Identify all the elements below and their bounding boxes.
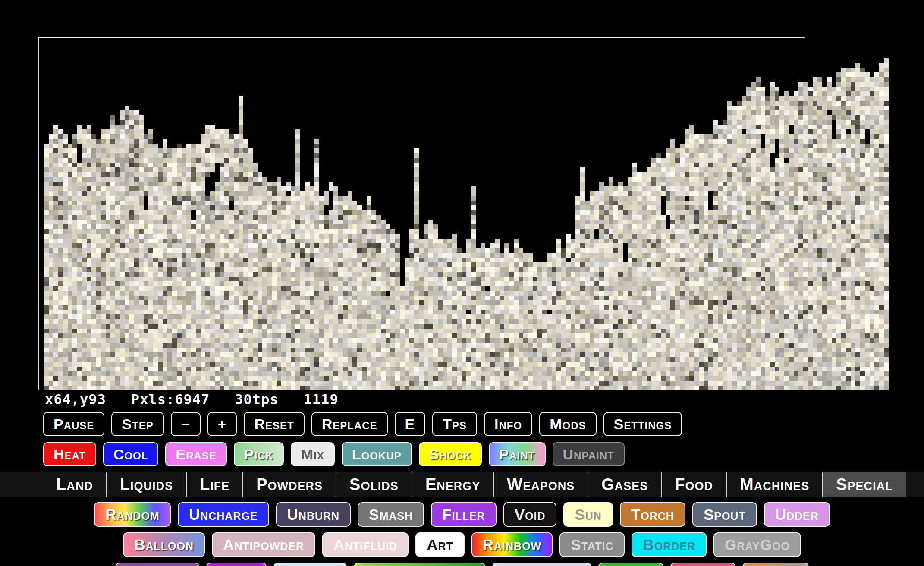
sandboxels-app: x64,y93 Pxls:6947 30tps 1119 PauseStep−+… bbox=[0, 0, 924, 566]
border-button[interactable]: Border bbox=[632, 532, 707, 557]
pixel-count: Pxls:6947 bbox=[131, 391, 210, 408]
status-bar: x64,y93 Pxls:6947 30tps 1119 bbox=[0, 391, 924, 408]
pick-button[interactable]: Pick bbox=[234, 442, 284, 466]
tick-counter: 1119 bbox=[304, 391, 339, 408]
tab-food[interactable]: Food bbox=[661, 472, 726, 497]
udder-button[interactable]: Udder bbox=[764, 502, 830, 527]
erase-button[interactable]: Erase bbox=[165, 442, 226, 466]
tab-gases[interactable]: Gases bbox=[588, 472, 661, 497]
replace-button[interactable]: Replace bbox=[311, 412, 388, 436]
tab-life[interactable]: Life bbox=[186, 472, 242, 497]
tab-machines[interactable]: Machines bbox=[726, 472, 822, 497]
lookup-button[interactable]: Lookup bbox=[342, 442, 412, 466]
sun-button[interactable]: Sun bbox=[563, 502, 613, 527]
main-toolbar: PauseStep−+ResetReplaceETpsInfoModsSetti… bbox=[0, 412, 924, 436]
static-button[interactable]: Static bbox=[559, 532, 625, 557]
e-button[interactable]: E bbox=[395, 412, 426, 436]
unpaint-button[interactable]: Unpaint bbox=[553, 442, 625, 466]
category-tabs: LandLiquidsLifePowdersSolidsEnergyWeapon… bbox=[0, 472, 924, 497]
paint-button[interactable]: Paint bbox=[489, 442, 546, 466]
minus-button[interactable]: − bbox=[171, 412, 201, 436]
snake-button[interactable]: Snake bbox=[598, 563, 663, 566]
icenine-button[interactable]: IceNine bbox=[273, 563, 347, 566]
mods-button[interactable]: Mods bbox=[539, 412, 596, 436]
settings-button[interactable]: Settings bbox=[603, 412, 682, 436]
tps-button[interactable]: Tps bbox=[432, 412, 477, 436]
tps-indicator: 30tps bbox=[235, 391, 278, 408]
antipowder-button[interactable]: Antipowder bbox=[212, 532, 315, 557]
balloon-button[interactable]: Balloon bbox=[123, 532, 205, 557]
cool-button[interactable]: Cool bbox=[103, 442, 159, 466]
filler-button[interactable]: Filler bbox=[431, 502, 497, 527]
reset-button[interactable]: Reset bbox=[244, 412, 304, 436]
strangematter-button[interactable]: StrangeMatter bbox=[354, 563, 485, 566]
graygoo-button[interactable]: GrayGoo bbox=[713, 532, 801, 557]
antimatter-button[interactable]: Antimatter bbox=[492, 563, 591, 566]
tool-buttons: HeatCoolErasePickMixLookupShockPaintUnpa… bbox=[0, 442, 924, 466]
element-row-3: MalwareVirusIceNineStrangeMatterAntimatt… bbox=[0, 563, 924, 566]
antifluid-button[interactable]: Antifluid bbox=[322, 532, 409, 557]
heat-button[interactable]: Heat bbox=[43, 442, 96, 466]
info-button[interactable]: Info bbox=[484, 412, 532, 436]
void-button[interactable]: Void bbox=[503, 502, 557, 527]
debug-button[interactable]: Debug bbox=[742, 563, 809, 566]
plus-button[interactable]: + bbox=[207, 412, 237, 436]
rainbow-button[interactable]: Rainbow bbox=[471, 532, 553, 557]
tab-land[interactable]: Land bbox=[43, 472, 106, 497]
element-row-1: RandomUnchargeUnburnSmashFillerVoidSunTo… bbox=[0, 502, 924, 527]
malware-button[interactable]: Malware bbox=[115, 563, 199, 566]
tab-weapons[interactable]: Weapons bbox=[493, 472, 588, 497]
tab-energy[interactable]: Energy bbox=[412, 472, 493, 497]
shock-button[interactable]: Shock bbox=[419, 442, 482, 466]
spout-button[interactable]: Spout bbox=[692, 502, 757, 527]
art-button[interactable]: Art bbox=[415, 532, 465, 557]
mix-button[interactable]: Mix bbox=[291, 442, 335, 466]
virus-button[interactable]: Virus bbox=[206, 563, 267, 566]
pause-button[interactable]: Pause bbox=[43, 412, 104, 436]
uncharge-button[interactable]: Uncharge bbox=[178, 502, 269, 527]
loopy-button[interactable]: Loopy bbox=[670, 563, 735, 566]
random-button[interactable]: Random bbox=[94, 502, 171, 527]
torch-button[interactable]: Torch bbox=[620, 502, 685, 527]
step-button[interactable]: Step bbox=[111, 412, 163, 436]
unburn-button[interactable]: Unburn bbox=[276, 502, 351, 527]
simulation-canvas[interactable] bbox=[0, 0, 924, 390]
tab-solids[interactable]: Solids bbox=[336, 472, 412, 497]
element-row-2: BalloonAntipowderAntifluidArtRainbowStat… bbox=[0, 532, 924, 557]
smash-button[interactable]: Smash bbox=[358, 502, 424, 527]
tab-special[interactable]: Special bbox=[822, 472, 905, 497]
mouse-coordinates: x64,y93 bbox=[45, 391, 106, 408]
tab-liquids[interactable]: Liquids bbox=[106, 472, 186, 497]
tab-powders[interactable]: Powders bbox=[242, 472, 336, 497]
